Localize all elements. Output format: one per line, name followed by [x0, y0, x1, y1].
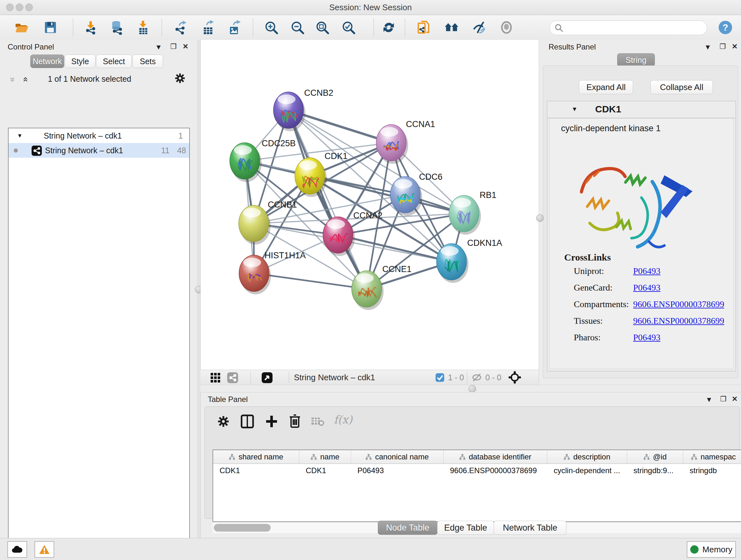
zoom-selected-icon[interactable]	[341, 20, 356, 35]
import-network-icon[interactable]	[83, 20, 98, 35]
delete-column-icon[interactable]	[288, 414, 301, 428]
network-view-toolbar: String Network – cdk1 1 - 0 0 - 0	[200, 370, 539, 385]
memory-button[interactable]: Memory	[687, 541, 736, 558]
zoom-out-icon[interactable]	[290, 20, 305, 35]
warning-button[interactable]	[35, 541, 54, 558]
tab-string[interactable]: String	[617, 53, 655, 67]
network-row[interactable]: String Network – cdk1 11 48	[9, 143, 189, 158]
collapse-all-button[interactable]: Collapse All	[650, 80, 713, 94]
network-canvas[interactable]: CCNB2CCNA1CDC25BCDK1CDC6RB1CCNB1CCNA2CDK…	[200, 40, 539, 370]
network-node-HIST1H1A[interactable]: HIST1H1A	[239, 251, 306, 294]
search-input[interactable]	[566, 22, 702, 34]
crosslink-value[interactable]: 9606.ENSP00000378699	[633, 316, 724, 326]
tab-network[interactable]: Network	[30, 55, 64, 68]
table-cell[interactable]: cyclin-dependent ...	[547, 464, 627, 477]
network-node-RB1[interactable]: RB1	[449, 190, 496, 235]
show-eye-icon[interactable]	[499, 20, 514, 35]
network-edge[interactable]	[338, 235, 452, 262]
zoom-in-icon[interactable]	[264, 20, 279, 35]
show-columns-icon[interactable]	[241, 415, 254, 428]
collapse-triangle-icon[interactable]: ▼	[571, 106, 578, 113]
network-edge[interactable]	[288, 110, 367, 289]
tab-style[interactable]: Style	[65, 55, 95, 68]
export-network-icon[interactable]	[173, 20, 188, 35]
column-header[interactable]: canonical name	[351, 450, 444, 464]
table-cell[interactable]: CDK1	[213, 464, 299, 477]
crosslink-value[interactable]: P06493	[633, 283, 661, 293]
panel-close-icon[interactable]: ✕	[732, 395, 738, 403]
save-session-icon[interactable]	[43, 20, 58, 35]
network-node-CDC6[interactable]: CDC6	[390, 172, 443, 216]
open-session-icon[interactable]	[14, 20, 29, 35]
table-cell[interactable]: CDK1	[299, 464, 351, 477]
gear-icon[interactable]	[174, 72, 186, 84]
expand-all-icon[interactable]: »	[20, 77, 30, 82]
splitter-handle[interactable]	[468, 385, 476, 393]
network-node-CDK1[interactable]: CDK1	[295, 151, 347, 197]
network-collection-row[interactable]: ▼ String Network – cdk1 1	[9, 128, 189, 143]
column-header[interactable]: shared name	[213, 450, 299, 464]
network-node-CDKN1A[interactable]: CDKN1A	[436, 238, 502, 283]
refresh-icon[interactable]	[381, 20, 396, 35]
main-toolbar: ?	[0, 15, 741, 40]
crosslink-label: GeneCard:	[574, 283, 612, 293]
export-image-icon[interactable]	[227, 20, 242, 35]
panel-float-icon[interactable]: ❒	[720, 395, 727, 403]
table-cell[interactable]: 9606.ENSP00000378699	[444, 464, 547, 477]
node-position-icon[interactable]	[509, 371, 521, 384]
panel-float-icon[interactable]: ❒	[171, 43, 177, 51]
home-networks-icon[interactable]	[444, 20, 459, 35]
crosslink-value[interactable]: P06493	[633, 266, 661, 276]
expand-all-button[interactable]: Expand All	[579, 80, 633, 94]
tree-expander-icon[interactable]: ▼	[17, 128, 23, 143]
tab-edge-table[interactable]: Edge Table	[437, 521, 494, 535]
crosslink-label: Pharos:	[574, 332, 601, 343]
vertical-splitter[interactable]	[197, 40, 200, 538]
column-header[interactable]: namespac	[683, 450, 741, 464]
splitter-handle[interactable]	[536, 214, 544, 222]
column-header[interactable]: @id	[627, 450, 683, 464]
collection-count: 1	[179, 128, 183, 143]
table-cell[interactable]: stringdb:9...	[627, 464, 683, 477]
table-cell[interactable]: stringdb	[683, 464, 741, 477]
export-table-icon[interactable]	[201, 20, 215, 35]
horizontal-splitter[interactable]	[200, 385, 741, 392]
birds-eye-view-icon[interactable]	[262, 372, 273, 383]
panel-menu-icon[interactable]: ▼	[705, 395, 713, 404]
cloud-button[interactable]	[7, 541, 27, 558]
tab-node-table[interactable]: Node Table	[378, 521, 437, 535]
tab-network-table[interactable]: Network Table	[494, 521, 566, 535]
hide-annotations-icon[interactable]	[471, 20, 486, 35]
crosslink-value[interactable]: 9606.ENSP00000378699	[633, 299, 724, 309]
zoom-fit-icon[interactable]	[315, 20, 330, 35]
crosslink-value[interactable]: P06493	[633, 332, 661, 343]
import-table-icon[interactable]	[136, 20, 150, 35]
panel-float-icon[interactable]: ❒	[720, 43, 726, 51]
collection-label: String Network – cdk1	[44, 128, 122, 143]
selected-checkbox-icon[interactable]	[435, 373, 444, 382]
panel-close-icon[interactable]: ✕	[732, 43, 738, 51]
table-cell[interactable]: P06493	[351, 464, 443, 477]
scrollbar-thumb[interactable]	[214, 524, 271, 532]
collapse-all-icon[interactable]: »	[8, 77, 18, 82]
table-gear-icon[interactable]	[217, 415, 230, 428]
network-share-icon[interactable]	[227, 372, 238, 383]
column-type-icon	[365, 454, 372, 460]
panel-close-icon[interactable]: ✕	[183, 43, 188, 51]
gene-card-header[interactable]: ▼ CDK1	[547, 101, 736, 118]
add-column-icon[interactable]	[265, 415, 278, 428]
column-header[interactable]: name	[299, 450, 351, 464]
panel-menu-icon[interactable]: ▼	[704, 43, 711, 51]
panel-menu-icon[interactable]: ▼	[155, 43, 162, 51]
import-database-icon[interactable]	[110, 20, 124, 35]
help-icon[interactable]: ?	[718, 20, 733, 35]
grid-view-icon[interactable]	[210, 372, 221, 383]
node-label-CDK1: CDK1	[325, 151, 347, 161]
clone-network-icon[interactable]	[416, 20, 430, 35]
column-header[interactable]: database identifier	[444, 450, 547, 464]
network-node-CCNE1[interactable]: CCNE1	[352, 264, 412, 310]
node-label-CDC6: CDC6	[419, 172, 443, 182]
column-header[interactable]: description	[547, 450, 627, 464]
tab-sets[interactable]: Sets	[132, 55, 163, 68]
tab-select[interactable]: Select	[96, 55, 132, 68]
